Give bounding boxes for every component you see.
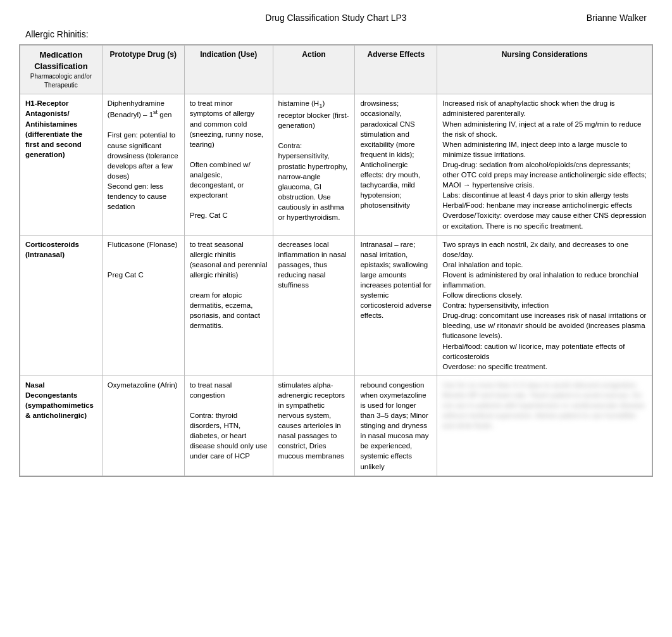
prototype-cell-3: Oxymetazoline (Afrin) [102, 375, 184, 476]
nursing-cell-1: Increased risk of anaphylactic shock whe… [437, 94, 652, 235]
adverse-cell-3: rebound congestion when oxymetazoline is… [355, 375, 437, 476]
drug-classification-table: Medication Classification Pharmacologic … [20, 45, 652, 476]
table-row: H1-Receptor Antagonists/ Antihistamines … [20, 94, 652, 235]
page-subtitle: Allergic Rhinitis: [25, 29, 659, 39]
col-header-prototype: Prototype Drug (s) [102, 46, 184, 94]
adverse-cell-2: Intranasal – rare; nasal irritation, epi… [355, 235, 437, 375]
table-row: Corticosteroids (Intranasal) Fluticasone… [20, 235, 652, 375]
med-class-cell-1: H1-Receptor Antagonists/ Antihistamines … [20, 94, 103, 235]
prototype-cell-1: Diphenhydramine (Benadryl) – 1st gen Fir… [102, 94, 184, 235]
indication-cell-3: to treat nasal congestion Contra: thyroi… [184, 375, 273, 476]
nursing-cell-3: Use for no more than 3–5 days to avoid r… [437, 375, 652, 476]
col-header-adverse: Adverse Effects [355, 46, 437, 94]
document-title: Drug Classification Study Chart LP3 [232, 13, 439, 23]
action-cell-3: stimulates alpha-adrenergic receptors in… [273, 375, 355, 476]
nursing-cell-2: Two sprays in each nostril, 2x daily, an… [437, 235, 652, 375]
nursing-blurred-content: Use for no more than 3–5 days to avoid r… [442, 380, 647, 431]
med-class-cell-3: Nasal Decongestants (sympathomimetics & … [20, 375, 103, 476]
col-header-action: Action [273, 46, 355, 94]
med-class-cell-2: Corticosteroids (Intranasal) [20, 235, 103, 375]
table-header-row: Medication Classification Pharmacologic … [20, 46, 652, 94]
table-row: Nasal Decongestants (sympathomimetics & … [20, 375, 652, 476]
prototype-cell-2: Fluticasone (Flonase) Preg Cat C [102, 235, 184, 375]
document-header: Drug Classification Study Chart LP3 Bria… [13, 13, 659, 23]
col-header-med-class: Medication Classification Pharmacologic … [20, 46, 103, 94]
action-cell-2: decreases local inflammation in nasal pa… [273, 235, 355, 375]
adverse-cell-1: drowsiness; occasionally, paradoxical CN… [355, 94, 437, 235]
col-header-nursing: Nursing Considerations [437, 46, 652, 94]
action-cell-1: histamine (H1) receptor blocker (first-g… [273, 94, 355, 235]
col-header-indication: Indication (Use) [184, 46, 273, 94]
indication-cell-1: to treat minor symptoms of allergy and c… [184, 94, 273, 235]
study-table-container: Medication Classification Pharmacologic … [19, 44, 653, 477]
indication-cell-2: to treat seasonal allergic rhinitis (sea… [184, 235, 273, 375]
author-name: Brianne Walker [440, 13, 647, 23]
